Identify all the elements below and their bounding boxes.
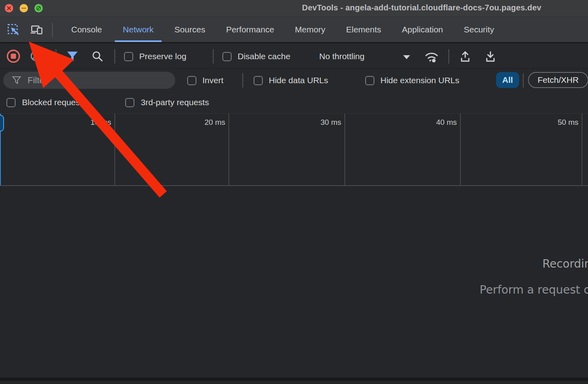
timeline-label: 50 ms xyxy=(542,118,578,127)
toggle-device-toolbar-button[interactable] xyxy=(29,22,45,38)
hide-data-urls-checkbox[interactable] xyxy=(254,76,263,85)
tab-console[interactable]: Console xyxy=(61,17,112,42)
empty-state-hint: Perform a request or hit ⌘ R to record t… xyxy=(480,283,588,296)
overview-handle[interactable] xyxy=(0,115,4,132)
tab-sources[interactable]: Sources xyxy=(164,17,216,42)
network-toolbar: Preserve log Disable cache No throttling xyxy=(0,42,588,68)
timeline-label: 20 ms xyxy=(189,118,225,127)
divider xyxy=(56,49,56,64)
request-type-fetch-xhr-chip[interactable]: Fetch/XHR xyxy=(528,72,588,88)
empty-state-heading: Recording network activity… xyxy=(542,257,588,270)
tab-security[interactable]: Security xyxy=(453,17,504,42)
request-list-empty-area: Recording network activity… Perform a re… xyxy=(0,185,588,381)
title-bar: DevTools - angela-add-tutorial.cloudflar… xyxy=(0,0,588,17)
filter-funnel-toggle-button[interactable] xyxy=(66,51,78,62)
window-title: DevTools - angela-add-tutorial.cloudflar… xyxy=(302,3,541,12)
throttling-value: No throttling xyxy=(319,52,364,61)
network-filter-row: Invert Hide data URLs Hide extension URL… xyxy=(0,68,588,91)
devtools-tabbar: Console Network Sources Performance Memo… xyxy=(0,17,588,42)
request-type-all-chip[interactable]: All xyxy=(496,72,519,88)
grid-line-50ms xyxy=(582,114,582,186)
traffic-lights xyxy=(5,4,43,12)
preserve-log-label: Preserve log xyxy=(139,52,186,61)
export-har-button[interactable] xyxy=(484,50,497,63)
timeline-label: 10 ms xyxy=(75,118,111,127)
third-party-requests-label: 3rd-party requests xyxy=(141,98,209,107)
preserve-log-checkbox[interactable] xyxy=(124,52,133,61)
divider xyxy=(242,73,243,88)
import-har-button[interactable] xyxy=(459,50,472,63)
invert-label: Invert xyxy=(202,76,224,85)
blocked-requests-label: Blocked requests xyxy=(22,98,86,107)
filter-input[interactable] xyxy=(28,75,160,86)
disable-cache-checkbox[interactable] xyxy=(222,52,232,61)
inspect-element-button[interactable] xyxy=(6,22,22,38)
device-toolbar-icon xyxy=(30,24,44,36)
filter-input-container xyxy=(3,72,175,89)
divider xyxy=(213,49,214,64)
more-filters-row: Blocked requests 3rd-party requests xyxy=(0,91,588,113)
timeline-label: 30 ms xyxy=(305,118,341,127)
devtools-window: DevTools - angela-add-tutorial.cloudflar… xyxy=(0,0,588,384)
zoom-window-button[interactable] xyxy=(34,4,43,12)
minimize-window-button[interactable] xyxy=(20,4,28,12)
network-overview-timeline[interactable]: 10 ms 20 ms 30 ms 40 ms 50 ms xyxy=(0,113,588,185)
throttling-select[interactable]: No throttling xyxy=(319,50,364,63)
tab-memory[interactable]: Memory xyxy=(284,17,336,42)
divider xyxy=(448,49,449,64)
tab-performance[interactable]: Performance xyxy=(216,17,284,42)
hide-extension-urls-checkbox[interactable] xyxy=(365,76,374,85)
stop-recording-button[interactable] xyxy=(6,49,21,64)
tab-network[interactable]: Network xyxy=(112,17,164,42)
funnel-icon xyxy=(12,76,21,84)
divider xyxy=(523,73,524,88)
divider xyxy=(114,49,115,64)
window-bottom-edge xyxy=(0,378,588,381)
search-button[interactable] xyxy=(92,50,104,62)
clear-network-log-button[interactable] xyxy=(30,50,41,62)
third-party-requests-checkbox[interactable] xyxy=(125,98,134,107)
timeline-label: 40 ms xyxy=(421,118,457,127)
blocked-requests-checkbox[interactable] xyxy=(6,98,16,107)
inspect-element-icon xyxy=(7,24,20,36)
divider xyxy=(52,23,53,37)
tab-elements[interactable]: Elements xyxy=(336,17,392,42)
hide-data-urls-label: Hide data URLs xyxy=(269,76,328,85)
invert-checkbox[interactable] xyxy=(187,76,196,85)
grid-line-40ms xyxy=(460,114,461,186)
panel-tabs: Console Network Sources Performance Memo… xyxy=(61,17,504,42)
grid-line-10ms xyxy=(114,114,115,186)
close-window-button[interactable] xyxy=(5,4,13,12)
network-conditions-button[interactable] xyxy=(423,50,440,63)
grid-line-20ms xyxy=(228,114,229,186)
grid-line-30ms xyxy=(344,114,345,186)
tab-application[interactable]: Application xyxy=(392,17,454,42)
chevron-down-icon[interactable] xyxy=(403,55,410,59)
hide-extension-urls-label: Hide extension URLs xyxy=(380,76,459,85)
disable-cache-label: Disable cache xyxy=(238,52,290,61)
